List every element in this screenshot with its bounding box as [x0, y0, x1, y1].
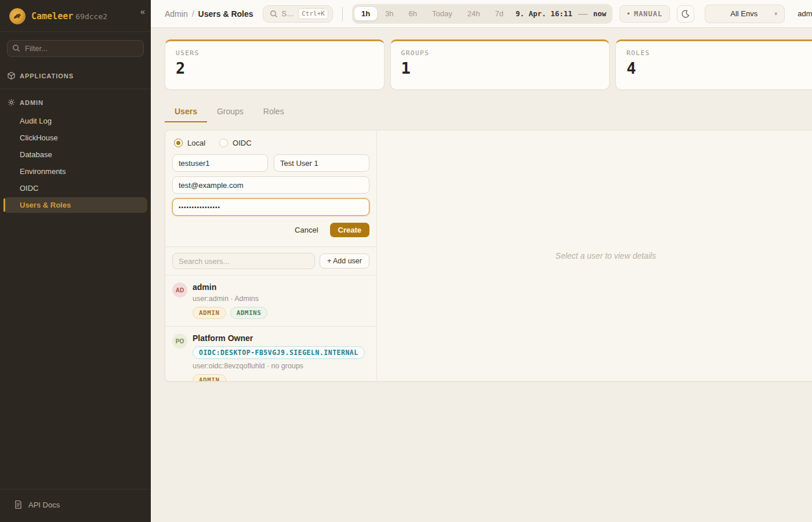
status-dot-icon: • [627, 9, 630, 18]
time-range-to[interactable]: now [589, 9, 611, 18]
email-row [172, 176, 369, 194]
time-option-1h[interactable]: 1h [354, 6, 378, 21]
breadcrumb-current: Users & Roles [198, 9, 253, 19]
search-icon [270, 10, 278, 18]
avatar: AD [172, 282, 187, 298]
time-option-today[interactable]: Today [425, 7, 460, 20]
time-option-7d[interactable]: 7d [487, 7, 510, 20]
sidebar-item-database[interactable]: Database [3, 147, 147, 162]
stat-card-users: USERS 2 [165, 39, 385, 90]
radio-unselected-icon[interactable] [219, 139, 228, 147]
search-shortcut: Ctrl+K [298, 8, 328, 19]
breadcrumb: Admin / Users & Roles [165, 9, 253, 19]
section-applications[interactable]: APPLICATIONS [0, 66, 151, 85]
search-label: S… [282, 9, 295, 18]
group-badge: ADMINS [230, 307, 268, 319]
breadcrumb-parent[interactable]: Admin [165, 9, 188, 19]
tab-users[interactable]: Users [165, 103, 207, 122]
cancel-button[interactable]: Cancel [293, 223, 319, 237]
gear-icon [7, 98, 16, 107]
sidebar-item-environments[interactable]: Environments [3, 164, 147, 179]
brand-name: Cameleer [31, 11, 73, 21]
email-field[interactable] [172, 176, 369, 194]
sidebar-item-oidc[interactable]: OIDC [3, 180, 147, 196]
user-info: Platform Owner OIDC:DESKTOP-FB5VGJ9.SIEG… [193, 334, 365, 381]
password-row [172, 198, 369, 216]
search-icon [12, 44, 20, 52]
section-admin[interactable]: ADMIN [0, 93, 151, 112]
time-option-6h[interactable]: 6h [401, 7, 425, 20]
add-user-button[interactable]: + Add user [320, 253, 369, 269]
user-row-admin[interactable]: AD admin user:admin · Admins ADMIN ADMIN… [165, 276, 376, 326]
stat-label: ROLES [626, 49, 812, 57]
api-docs-link[interactable]: API Docs [0, 493, 151, 516]
sidebar: Cameleer69dcce2 « APPLICATIONS ADMIN Aud… [0, 0, 151, 522]
section-label: ADMIN [20, 99, 44, 106]
password-field[interactable] [172, 198, 369, 216]
api-docs-label: API Docs [28, 501, 60, 509]
tab-groups[interactable]: Groups [207, 103, 253, 122]
topbar: Admin / Users & Roles S… Ctrl+K 1h 3h 6h… [151, 0, 812, 28]
stat-label: USERS [176, 49, 374, 57]
tab-roles[interactable]: Roles [253, 103, 294, 122]
filter-input[interactable] [7, 40, 144, 57]
stat-card-roles: ROLES 4 [615, 39, 812, 90]
username-field[interactable] [172, 154, 268, 172]
user-meta: user:admin · Admins [193, 295, 267, 303]
brand-suffix: 69dcce2 [75, 12, 107, 21]
stat-value: 1 [401, 59, 599, 77]
user-list: AD admin user:admin · Admins ADMIN ADMIN… [165, 276, 376, 381]
time-option-24h[interactable]: 24h [460, 7, 488, 20]
role-badge: ADMIN [193, 374, 226, 381]
user-name: admin [798, 9, 812, 18]
oidc-issuer-badge: OIDC:DESKTOP-FB5VGJ9.SIEGELN.INTERNAL [193, 346, 365, 359]
sidebar-footer: API Docs [0, 485, 151, 522]
user-name: admin [193, 282, 267, 292]
time-option-3h[interactable]: 3h [378, 7, 401, 20]
refresh-mode-button[interactable]: • MANUAL [619, 5, 670, 23]
badge-row: ADMIN [193, 374, 365, 381]
global-search-button[interactable]: S… Ctrl+K [263, 5, 333, 23]
stat-label: GROUPS [401, 49, 599, 57]
users-panel: Local OIDC [165, 130, 812, 382]
create-user-form: Local OIDC [165, 130, 376, 246]
time-range-separator: — [577, 9, 589, 19]
page-content: USERS 2 GROUPS 1 ROLES 4 Users Groups Ro… [151, 28, 812, 522]
sidebar-header: Cameleer69dcce2 « [0, 0, 151, 32]
env-select[interactable]: All Envs ▼ [705, 5, 785, 23]
moon-icon [681, 9, 690, 19]
radio-oidc[interactable]: OIDC [219, 139, 252, 147]
auth-type-radios: Local OIDC [172, 139, 369, 147]
create-button[interactable]: Create [330, 223, 369, 237]
user-meta: user:oidc:8evzqofluhld · no groups [193, 362, 365, 370]
user-details-panel: Select a user to view details [377, 130, 812, 381]
time-range-picker: 1h 3h 6h Today 24h 7d 9. Apr. 16:11 — no… [352, 4, 612, 24]
form-actions: Cancel Create [172, 223, 369, 237]
document-icon [14, 500, 23, 509]
app-logo-icon [9, 8, 26, 24]
radio-label: OIDC [233, 139, 252, 147]
collapse-sidebar-icon[interactable]: « [140, 7, 145, 16]
user-search-row: + Add user [165, 247, 376, 275]
sidebar-item-audit-log[interactable]: Audit Log [3, 113, 147, 129]
package-icon [7, 71, 16, 80]
user-name: Platform Owner [193, 334, 365, 343]
radio-selected-icon[interactable] [174, 139, 183, 147]
divider [0, 489, 151, 490]
time-range-from[interactable]: 9. Apr. 16:11 [511, 9, 577, 18]
sidebar-item-clickhouse[interactable]: ClickHouse [3, 130, 147, 146]
sidebar-item-users-roles[interactable]: Users & Roles [3, 197, 147, 213]
tab-bar: Users Groups Roles [165, 103, 812, 123]
topbar-user[interactable]: admin AD [798, 5, 812, 22]
user-row-platform-owner[interactable]: PO Platform Owner OIDC:DESKTOP-FB5VGJ9.S… [165, 327, 376, 381]
divider [342, 7, 343, 21]
badge-row: ADMIN ADMINS [193, 307, 267, 319]
user-info: admin user:admin · Admins ADMIN ADMINS [193, 282, 267, 319]
divider [0, 89, 151, 89]
radio-local[interactable]: Local [174, 139, 205, 147]
role-badge: ADMIN [193, 307, 226, 319]
theme-toggle-button[interactable] [677, 5, 694, 23]
search-users-input[interactable] [172, 253, 315, 269]
stat-card-groups: GROUPS 1 [390, 39, 610, 90]
fullname-field[interactable] [274, 154, 369, 172]
